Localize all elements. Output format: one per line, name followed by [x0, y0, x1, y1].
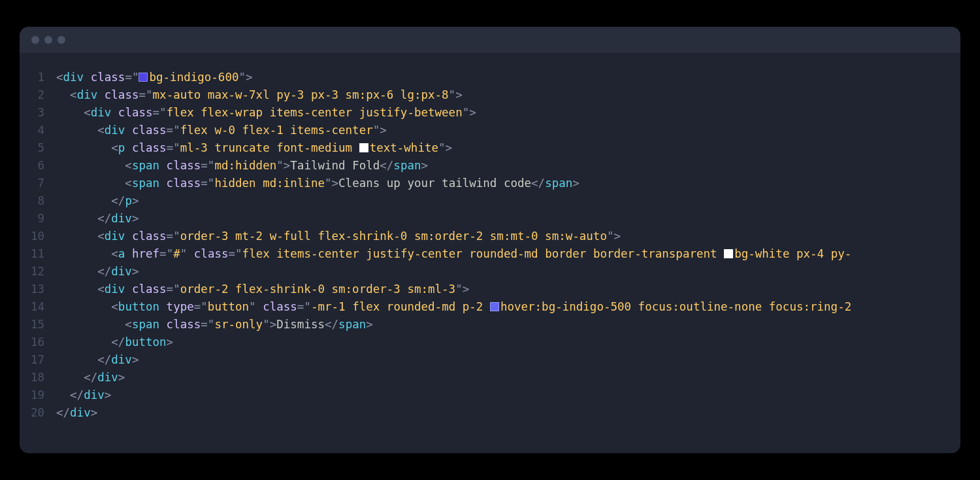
- code-line[interactable]: 3 <div class="flex flex-wrap items-cente…: [20, 104, 960, 122]
- token-tag: div: [63, 71, 84, 84]
- code-content[interactable]: <div class="bg-indigo-600">: [56, 69, 253, 86]
- token-punct: >: [132, 194, 139, 207]
- token-attr: href: [132, 247, 159, 260]
- token-text: [97, 88, 105, 101]
- code-line[interactable]: 4 <div class="flex w-0 flex-1 items-cent…: [20, 122, 960, 139]
- line-number: 12: [20, 263, 56, 281]
- code-content[interactable]: <a href="#" class="flex items-center jus…: [56, 245, 851, 263]
- token-tag: div: [111, 265, 132, 278]
- code-content[interactable]: <span class="md:hidden">Tailwind Fold</s…: [56, 157, 428, 175]
- token-punct: ": [208, 177, 215, 190]
- code-line[interactable]: 12 </div>: [20, 263, 960, 281]
- token-punct: </: [111, 194, 125, 207]
- token-text: [125, 247, 132, 260]
- token-punct: ": [173, 230, 180, 243]
- token-text: [125, 124, 132, 137]
- token-tag: div: [91, 106, 112, 119]
- token-punct: ": [201, 300, 208, 313]
- token-str: sr-only: [214, 318, 263, 331]
- token-punct: ": [373, 124, 380, 137]
- code-line[interactable]: 8 </p>: [20, 192, 960, 210]
- token-text: [159, 177, 167, 190]
- code-line[interactable]: 6 <span class="md:hidden">Tailwind Fold<…: [20, 157, 960, 175]
- code-line[interactable]: 11 <a href="#" class="flex items-center …: [20, 245, 960, 263]
- code-content[interactable]: </div>: [56, 210, 139, 228]
- line-number: 20: [20, 404, 56, 422]
- line-number: 11: [20, 245, 56, 263]
- code-content[interactable]: <p class="ml-3 truncate font-medium text…: [56, 139, 452, 157]
- token-punct: >: [167, 335, 174, 349]
- code-line[interactable]: 7 <span class="hidden md:inline">Cleans …: [20, 175, 960, 192]
- token-attr: type: [167, 300, 194, 313]
- token-punct: <: [97, 230, 105, 243]
- code-line[interactable]: 16 </button>: [20, 334, 960, 351]
- code-line[interactable]: 18 </div>: [20, 369, 960, 386]
- code-line[interactable]: 5 <p class="ml-3 truncate font-medium te…: [20, 139, 960, 157]
- token-attr: class: [132, 141, 167, 154]
- token-str: flex w-0 flex-1 items-center: [180, 124, 373, 137]
- code-content[interactable]: <button type="button" class="-mr-1 flex …: [56, 298, 851, 316]
- token-str: flex flex-wrap items-center justify-betw…: [167, 106, 463, 119]
- code-line[interactable]: 9 </div>: [20, 210, 960, 228]
- token-punct: <: [111, 247, 118, 260]
- token-punct: >: [572, 177, 580, 190]
- traffic-zoom-icon[interactable]: [57, 36, 65, 44]
- traffic-minimize-icon[interactable]: [44, 36, 52, 44]
- token-punct: ": [263, 318, 270, 331]
- code-line[interactable]: 15 <span class="sr-only">Dismiss</span>: [20, 316, 960, 334]
- token-str: order-2 flex-shrink-0 sm:order-3 sm:ml-3: [180, 283, 455, 296]
- token-text: [159, 300, 167, 313]
- code-editor[interactable]: 1<div class="bg-indigo-600">2 <div class…: [20, 53, 960, 453]
- code-content[interactable]: <span class="sr-only">Dismiss</span>: [56, 316, 373, 334]
- code-line[interactable]: 17 </div>: [20, 351, 960, 369]
- color-swatch-icon: [139, 73, 148, 82]
- token-eq: =: [167, 230, 174, 243]
- token-str: mx-auto max-w-7xl py-3 px-3 sm:px-6 lg:p…: [153, 88, 449, 101]
- code-line[interactable]: 2 <div class="mx-auto max-w-7xl py-3 px-…: [20, 86, 960, 104]
- code-content[interactable]: <div class="flex w-0 flex-1 items-center…: [56, 122, 387, 139]
- token-text: [84, 71, 91, 84]
- token-tag: button: [118, 300, 159, 313]
- token-eq: =: [167, 141, 174, 154]
- token-tag: span: [338, 318, 366, 331]
- code-content[interactable]: <div class="flex flex-wrap items-center …: [56, 104, 476, 122]
- code-content[interactable]: </p>: [56, 192, 139, 210]
- code-line[interactable]: 1<div class="bg-indigo-600">: [20, 69, 960, 86]
- code-content[interactable]: <div class="order-3 mt-2 w-full flex-shr…: [56, 228, 621, 245]
- token-str: flex items-center justify-center rounded…: [242, 247, 725, 260]
- code-line[interactable]: 14 <button type="button" class="-mr-1 fl…: [20, 298, 960, 316]
- code-content[interactable]: </div>: [56, 404, 97, 422]
- token-punct: ": [235, 247, 242, 260]
- code-content[interactable]: </button>: [56, 334, 173, 351]
- code-content[interactable]: </div>: [56, 351, 139, 369]
- code-line[interactable]: 19 </div>: [20, 386, 960, 404]
- code-content[interactable]: <div class="order-2 flex-shrink-0 sm:ord…: [56, 281, 469, 298]
- line-number: 3: [20, 104, 56, 122]
- line-number: 14: [20, 298, 56, 316]
- token-punct: >: [421, 159, 429, 172]
- token-punct: <: [125, 159, 132, 172]
- token-tag: p: [118, 141, 125, 154]
- token-punct: >: [446, 141, 453, 154]
- token-punct: </: [531, 177, 545, 190]
- token-tag: div: [105, 230, 125, 243]
- token-punct: >: [105, 388, 112, 402]
- token-attr: class: [132, 230, 167, 243]
- code-line[interactable]: 20</div>: [20, 404, 960, 422]
- token-punct: ": [173, 124, 180, 137]
- code-content[interactable]: </div>: [56, 369, 125, 386]
- token-punct: ": [607, 230, 614, 243]
- token-tag: button: [125, 335, 166, 349]
- code-content[interactable]: </div>: [56, 263, 139, 281]
- traffic-close-icon[interactable]: [31, 36, 39, 44]
- token-eq: =: [167, 283, 174, 296]
- token-tag: div: [97, 371, 118, 384]
- code-line[interactable]: 13 <div class="order-2 flex-shrink-0 sm:…: [20, 281, 960, 298]
- code-content[interactable]: <span class="hidden md:inline">Cleans up…: [56, 175, 580, 192]
- token-tag: span: [132, 318, 159, 331]
- code-content[interactable]: </div>: [56, 386, 111, 404]
- code-line[interactable]: 10 <div class="order-3 mt-2 w-full flex-…: [20, 228, 960, 245]
- code-content[interactable]: <div class="mx-auto max-w-7xl py-3 px-3 …: [56, 86, 463, 104]
- token-str: ml-3 truncate font-medium: [180, 141, 359, 154]
- line-number: 10: [20, 228, 56, 245]
